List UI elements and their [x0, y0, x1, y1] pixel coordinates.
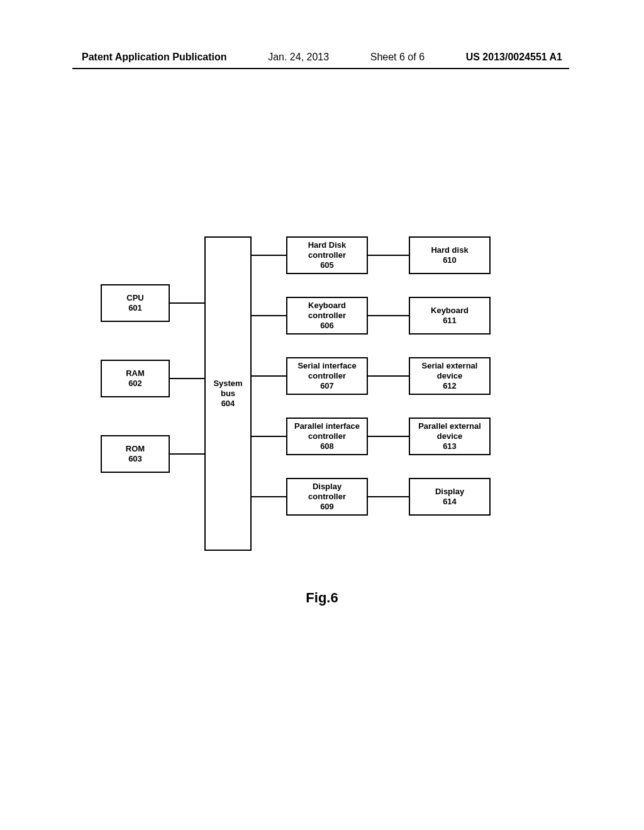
- connector: [368, 255, 409, 256]
- block-label: controller: [308, 250, 346, 260]
- connector: [252, 255, 286, 256]
- page-header: Patent Application Publication Jan. 24, …: [0, 52, 644, 63]
- block-rom: ROM 603: [101, 435, 170, 473]
- block-ref: 604: [221, 399, 235, 409]
- publication-date: Jan. 24, 2013: [268, 52, 329, 63]
- block-label: Parallel interface: [294, 421, 360, 431]
- block-label: device: [437, 371, 462, 381]
- block-label: CPU: [126, 293, 143, 303]
- block-hard-disk: Hard disk 610: [409, 236, 491, 274]
- block-label: System: [213, 379, 242, 389]
- connector: [368, 496, 409, 497]
- block-label: RAM: [126, 368, 145, 379]
- sheet-number: Sheet 6 of 6: [370, 52, 425, 63]
- block-label: controller: [308, 492, 346, 502]
- block-ref: 603: [128, 454, 142, 464]
- block-ref: 608: [320, 441, 334, 451]
- block-cpu: CPU 601: [101, 284, 170, 322]
- block-ref: 613: [443, 441, 457, 451]
- connector: [252, 375, 286, 377]
- block-label: Keyboard: [308, 301, 346, 311]
- block-label: controller: [308, 311, 346, 321]
- block-label: ROM: [126, 444, 145, 454]
- block-ref: 611: [443, 316, 457, 326]
- connector: [368, 315, 409, 316]
- block-serial-interface-controller: Serial interface controller 607: [286, 357, 368, 395]
- block-label: Hard Disk: [308, 240, 347, 250]
- block-label: controller: [308, 431, 346, 441]
- connector: [170, 302, 204, 304]
- block-label: controller: [308, 371, 346, 381]
- block-serial-external-device: Serial external device 612: [409, 357, 491, 395]
- document-number: US 2013/0024551 A1: [466, 52, 562, 63]
- block-label: Keyboard: [431, 306, 469, 316]
- block-ref: 610: [443, 255, 457, 265]
- figure-label: Fig.6: [0, 590, 644, 606]
- connector: [170, 378, 204, 379]
- block-keyboard: Keyboard 611: [409, 297, 491, 335]
- block-label: device: [437, 431, 462, 441]
- connector: [252, 496, 286, 497]
- block-diagram: CPU 601 RAM 602 ROM 603 System bus 604 H…: [101, 239, 503, 560]
- block-label: Serial interface: [297, 361, 356, 371]
- block-label: Hard disk: [431, 245, 468, 255]
- block-ref: 601: [128, 303, 142, 313]
- block-ref: 614: [443, 497, 457, 507]
- publication-label: Patent Application Publication: [82, 52, 227, 63]
- block-ram: RAM 602: [101, 360, 170, 397]
- block-hard-disk-controller: Hard Disk controller 605: [286, 236, 368, 274]
- block-system-bus: System bus 604: [204, 236, 252, 551]
- block-parallel-interface-controller: Parallel interface controller 608: [286, 418, 368, 455]
- connector: [252, 315, 286, 316]
- block-ref: 612: [443, 381, 457, 391]
- block-label: Display: [313, 482, 341, 492]
- header-rule: [72, 68, 569, 69]
- connector: [252, 436, 286, 437]
- connector: [368, 436, 409, 437]
- block-ref: 607: [320, 381, 334, 391]
- block-keyboard-controller: Keyboard controller 606: [286, 297, 368, 335]
- block-label: Parallel external: [418, 421, 481, 431]
- block-ref: 606: [320, 321, 334, 331]
- block-ref: 605: [320, 260, 334, 270]
- block-display: Display 614: [409, 478, 491, 516]
- block-label: Serial external: [422, 361, 478, 371]
- block-ref: 609: [320, 502, 334, 512]
- block-parallel-external-device: Parallel external device 613: [409, 418, 491, 455]
- connector: [368, 375, 409, 377]
- connector: [170, 453, 204, 455]
- block-display-controller: Display controller 609: [286, 478, 368, 516]
- block-ref: 602: [128, 379, 142, 389]
- block-label: Display: [435, 487, 464, 497]
- block-label: bus: [221, 389, 235, 399]
